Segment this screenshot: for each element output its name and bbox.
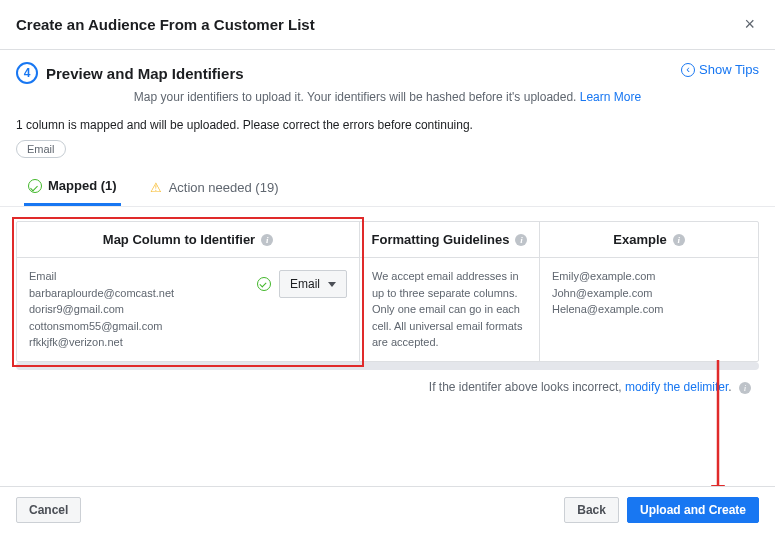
identifier-dropdown[interactable]: Email (279, 270, 347, 298)
info-circle-icon: ‹ (681, 63, 695, 77)
col-header-format: Formatting Guidelines (372, 232, 510, 247)
learn-more-link[interactable]: Learn More (580, 90, 641, 104)
tab-mapped[interactable]: Mapped (1) (24, 168, 121, 206)
tab-mapped-label: Mapped (1) (48, 178, 117, 193)
delimiter-post: . (728, 380, 731, 394)
sample-row: dorisr9@gmail.com (29, 301, 245, 318)
step-title: Preview and Map Identifiers (46, 65, 244, 82)
upload-and-create-button[interactable]: Upload and Create (627, 497, 759, 523)
step-subtext: Map your identifiers to upload it. Your … (134, 90, 580, 104)
page-title: Create an Audience From a Customer List (16, 16, 315, 33)
column-label: Email (29, 268, 245, 285)
example-row: Helena@example.com (552, 301, 746, 318)
info-icon[interactable]: i (261, 234, 273, 246)
show-tips-label: Show Tips (699, 62, 759, 77)
col-header-example: Example (613, 232, 666, 247)
check-circle-icon (28, 179, 42, 193)
dropdown-value: Email (290, 275, 320, 293)
upload-warning-text: 1 column is mapped and will be uploaded.… (0, 112, 775, 140)
info-icon[interactable]: i (673, 234, 685, 246)
chevron-down-icon (328, 282, 336, 287)
close-icon[interactable]: × (740, 10, 759, 39)
delimiter-pretext: If the identifer above looks incorrect, (429, 380, 625, 394)
mapped-chip-email[interactable]: Email (16, 140, 66, 158)
identifier-table: Map Column to Identifier i Email barbara… (16, 221, 759, 362)
col-header-map: Map Column to Identifier (103, 232, 255, 247)
tab-action-needed[interactable]: ⚠ Action needed (19) (145, 168, 283, 206)
sample-row: rfkkjfk@verizon.net (29, 334, 245, 351)
format-guidelines-text: We accept email addresses in up to three… (360, 258, 539, 361)
warning-icon: ⚠ (149, 180, 163, 194)
check-circle-icon (257, 277, 271, 291)
show-tips-link[interactable]: ‹ Show Tips (681, 62, 759, 77)
cancel-button[interactable]: Cancel (16, 497, 81, 523)
back-button[interactable]: Back (564, 497, 619, 523)
sample-data-list: Email barbaraplourde@comcast.net dorisr9… (29, 268, 245, 351)
example-row: John@example.com (552, 285, 746, 302)
example-list: Emily@example.com John@example.com Helen… (540, 258, 758, 348)
sample-row: cottonsmom55@gmail.com (29, 318, 245, 335)
example-row: Emily@example.com (552, 268, 746, 285)
modify-delimiter-link[interactable]: modify the delimiter (625, 380, 728, 394)
tab-action-label: Action needed (19) (169, 180, 279, 195)
sample-row: barbaraplourde@comcast.net (29, 285, 245, 302)
step-number-badge: 4 (16, 62, 38, 84)
info-icon[interactable]: i (515, 234, 527, 246)
horizontal-scrollbar[interactable] (16, 362, 759, 370)
info-icon[interactable]: i (739, 382, 751, 394)
